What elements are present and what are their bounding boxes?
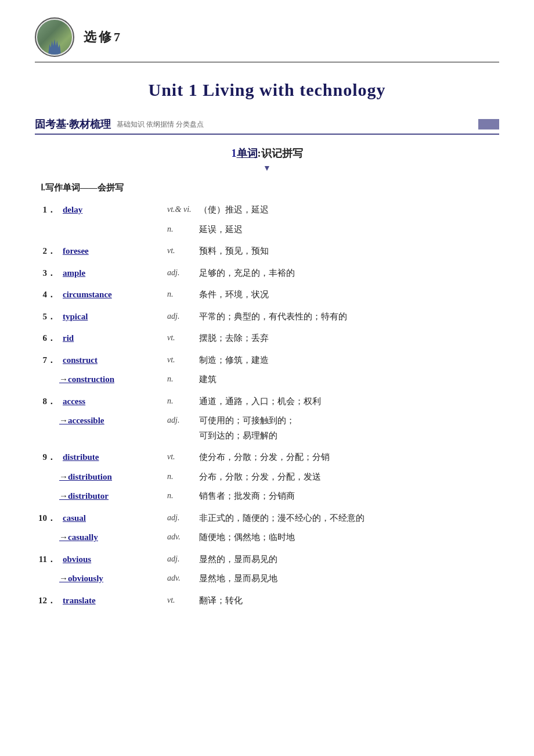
vocab-pos: adj.	[164, 264, 196, 283]
subsection-title: 1单词:识记拼写	[35, 146, 499, 160]
vocab-deriv: →distributorn.销售者；批发商；分销商	[35, 487, 499, 506]
vocab-deriv-meaning: 延误，延迟	[196, 220, 499, 240]
vocab-deriv-pos: n.	[164, 467, 196, 487]
vocab-entry: 7．constructvt.制造；修筑，建造	[35, 351, 499, 370]
vocab-meaning: 制造；修筑，建造	[196, 351, 499, 370]
vocab-pos: n.	[164, 392, 196, 412]
logo-image	[37, 20, 72, 55]
vocab-pos: vt.	[164, 242, 196, 261]
vocab-word: translate	[59, 591, 164, 611]
vocab-deriv-word: →construction	[59, 370, 164, 390]
vocab-word: delay	[59, 200, 164, 220]
vocab-deriv-num	[35, 487, 59, 506]
vocab-pos: vt.	[164, 448, 196, 467]
vocab-entry: 1．delayvt.& vi.（使）推迟，延迟	[35, 200, 499, 220]
vocab-deriv-pos: n.	[164, 370, 196, 390]
vocab-meaning: 平常的；典型的，有代表性的；特有的	[196, 307, 499, 327]
vocab-deriv-num	[35, 220, 59, 240]
unit-title: Unit 1 Living with technology	[35, 80, 499, 100]
vocab-meaning: 显然的，显而易见的	[196, 550, 499, 570]
vocab-meaning: 通道，通路，入口；机会；权利	[196, 392, 499, 412]
vocab-deriv-word: →distributor	[59, 487, 164, 506]
vocab-pos: adj.	[164, 550, 196, 570]
vocab-word: casual	[59, 509, 164, 528]
vocab-deriv-num	[35, 467, 59, 487]
vocab-word: obvious	[59, 550, 164, 570]
section-header-decoration	[478, 119, 499, 129]
vocab-meaning: （使）推迟，延迟	[196, 200, 499, 220]
vocab-word: access	[59, 392, 164, 412]
vocab-entry: 12．translatevt.翻译；转化	[35, 591, 499, 611]
vocab-meaning: 非正式的，随便的；漫不经心的，不经意的	[196, 509, 499, 528]
vocab-deriv-pos: n.	[164, 220, 196, 240]
vocab-meaning: 条件，环境，状况	[196, 285, 499, 305]
vocab-deriv-word: →casually	[59, 528, 164, 548]
vocab-deriv-meaning: 建筑	[196, 370, 499, 390]
vocab-entry: 3．ampleadj.足够的，充足的，丰裕的	[35, 264, 499, 283]
subsection-label: 单词	[237, 147, 258, 159]
vocab-entry: 10．casualadj.非正式的，随便的；漫不经心的，不经意的	[35, 509, 499, 528]
vocab-entry: 6．ridvt.摆脱；去除；丢弃	[35, 329, 499, 348]
vocab-deriv-pos: adv.	[164, 528, 196, 548]
vocab-pos: adj.	[164, 307, 196, 327]
vocab-number: 1．	[35, 200, 59, 220]
vocab-entry: 2．foreseevt.预料，预见，预知	[35, 242, 499, 261]
vocab-word: construct	[59, 351, 164, 370]
vocab-deriv-pos: adv.	[164, 569, 196, 589]
vocab-pos: vt.	[164, 591, 196, 611]
vocab-entry: 5．typicaladj.平常的；典型的，有代表性的；特有的	[35, 307, 499, 327]
vocab-number: 4．	[35, 285, 59, 305]
vocab-entry: 8．accessn.通道，通路，入口；机会；权利	[35, 392, 499, 412]
vocab-entry: 4．circumstancen.条件，环境，状况	[35, 285, 499, 305]
vocab-number: 10．	[35, 509, 59, 528]
vocab-number: 3．	[35, 264, 59, 283]
vocab-number: 6．	[35, 329, 59, 348]
header: 选修7	[35, 17, 499, 63]
vocab-deriv: →distributionn.分布，分散；分发，分配，发送	[35, 467, 499, 487]
vocab-deriv-num	[35, 370, 59, 390]
vocab-word: ample	[59, 264, 164, 283]
vocab-pos: vt.	[164, 351, 196, 370]
vocab-word: rid	[59, 329, 164, 348]
vocab-number: 11．	[35, 550, 59, 570]
vocab-pos: vt.	[164, 329, 196, 348]
vocab-deriv-num	[35, 411, 59, 445]
vocab-deriv-pos: adj.	[164, 411, 196, 445]
book-title: 选修7	[84, 28, 122, 46]
vocab-meaning: 足够的，充足的，丰裕的	[196, 264, 499, 283]
vocab-number: 5．	[35, 307, 59, 327]
section-header: 固考基·教材梳理 基础知识 依纲据情 分类盘点	[35, 117, 499, 135]
vocab-deriv: →accessibleadj.可使用的；可接触到的； 可到达的；易理解的	[35, 411, 499, 445]
subsection-number: 1	[232, 147, 237, 159]
vocab-deriv-word	[59, 220, 164, 240]
vocab-meaning: 预料，预见，预知	[196, 242, 499, 261]
vocab-deriv-meaning: 销售者；批发商；分销商	[196, 487, 499, 506]
vocab-deriv-pos: n.	[164, 487, 196, 506]
vocab-deriv: →constructionn.建筑	[35, 370, 499, 390]
vocab-deriv-meaning: 分布，分散；分发，分配，发送	[196, 467, 499, 487]
vocab-number: 12．	[35, 591, 59, 611]
vocab-pos: adj.	[164, 509, 196, 528]
vocab-deriv-meaning: 随便地；偶然地；临时地	[196, 528, 499, 548]
vocab-word: circumstance	[59, 285, 164, 305]
vocab-deriv-meaning: 可使用的；可接触到的； 可到达的；易理解的	[196, 411, 499, 445]
subsection-arrow: ▼	[35, 164, 499, 173]
vocab-deriv-word: →accessible	[59, 411, 164, 445]
vocab-pos: n.	[164, 285, 196, 305]
vocab-word: typical	[59, 307, 164, 327]
vocab-number: 8．	[35, 392, 59, 412]
vocab-table: 1．delayvt.& vi.（使）推迟，延迟n.延误，延迟2．foreseev…	[35, 200, 499, 610]
logo	[35, 17, 74, 57]
vocab-deriv-word: →obviously	[59, 569, 164, 589]
vocab-entry: 9．distributevt.使分布，分散；分发，分配；分销	[35, 448, 499, 467]
vocab-deriv: n.延误，延迟	[35, 220, 499, 240]
vocab-word: distribute	[59, 448, 164, 467]
vocab-word: foresee	[59, 242, 164, 261]
vocab-deriv: →casuallyadv.随便地；偶然地；临时地	[35, 528, 499, 548]
vocab-number: 9．	[35, 448, 59, 467]
vocab-deriv-num	[35, 569, 59, 589]
vocab-meaning: 摆脱；去除；丢弃	[196, 329, 499, 348]
subsection-title-rest: 识记拼写	[261, 147, 303, 159]
vocab-number: 7．	[35, 351, 59, 370]
vocab-meaning: 使分布，分散；分发，分配；分销	[196, 448, 499, 467]
